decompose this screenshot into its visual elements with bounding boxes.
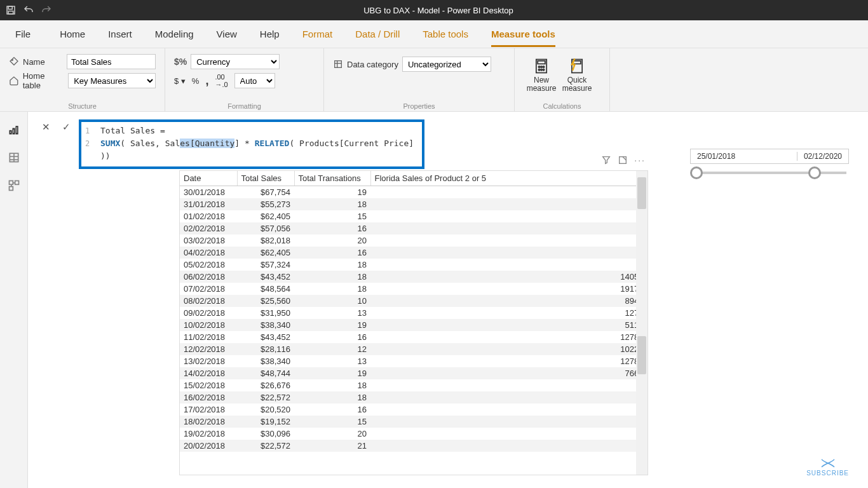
table-row[interactable]: 03/02/2018$82,01820 (180, 234, 648, 247)
quick-measure-button[interactable]: Quick measure (559, 52, 595, 98)
slicer-track[interactable] (693, 172, 846, 174)
decimal-button[interactable]: .00→.0 (215, 73, 227, 88)
svg-rect-8 (538, 61, 545, 64)
ribbon-group-formatting: $% Currency $ ▾ % , .00→.0 Auto Formatti… (165, 48, 324, 111)
name-input[interactable] (67, 54, 156, 69)
table-row[interactable]: 10/02/2018$38,340195112 (180, 319, 648, 331)
table-row[interactable]: 20/02/2018$22,57221 (180, 440, 648, 452)
scrollbar[interactable] (636, 171, 648, 475)
table-row[interactable]: 19/02/2018$30,09620 (180, 428, 648, 440)
model-view-icon[interactable] (8, 179, 20, 192)
format-select[interactable]: Currency (191, 54, 280, 69)
tab-format[interactable]: Format (302, 29, 333, 39)
quick-calculator-icon (568, 57, 586, 75)
table-row[interactable]: 11/02/2018$43,4521612780 (180, 331, 648, 343)
save-icon[interactable] (5, 4, 17, 16)
cancel-formula-button[interactable]: ✕ (38, 119, 53, 135)
dna-icon (820, 458, 836, 468)
workspace: ✕ ✓ 12 Total Sales = SUMX( Sales, Sales[… (0, 112, 868, 488)
tab-table-tools[interactable]: Table tools (423, 29, 468, 39)
date-slicer[interactable]: 25/01/2018 02/12/2020 (690, 149, 849, 182)
visual-header: ··· (601, 155, 646, 165)
new-measure-button[interactable]: New measure (524, 52, 559, 98)
col-florida[interactable]: Florida Sales of Product 2 or 5 (370, 171, 648, 186)
filter-icon[interactable] (601, 155, 611, 165)
slicer-labels: 25/01/2018 02/12/2020 (690, 149, 849, 164)
table-row[interactable]: 09/02/2018$31,950131278 (180, 307, 648, 319)
name-label: Name (23, 57, 45, 67)
svg-rect-25 (15, 181, 18, 185)
tab-help[interactable]: Help (260, 29, 280, 39)
file-tab[interactable]: File (9, 26, 37, 42)
group-label-calculations: Calculations (515, 102, 609, 110)
svg-rect-16 (573, 61, 581, 64)
formula-editor[interactable]: 12 Total Sales = SUMX( Sales, Sales[Quan… (79, 119, 424, 169)
table-row[interactable]: 02/02/2018$57,05616 (180, 222, 648, 234)
tab-home[interactable]: Home (60, 29, 85, 39)
group-label-properties: Properties (324, 102, 514, 110)
slicer-to[interactable]: 02/12/2020 (797, 152, 842, 161)
col-total-sales[interactable]: Total Sales (237, 171, 294, 186)
tab-insert[interactable]: Insert (108, 29, 132, 39)
percent-button[interactable]: % (192, 76, 200, 86)
table-row[interactable]: 31/01/2018$55,27318 (180, 198, 648, 210)
home-table-select[interactable]: Key Measures (68, 73, 156, 88)
ribbon-group-structure: Name Home table Key Measures Structure (0, 48, 165, 111)
commit-formula-button[interactable]: ✓ (58, 119, 74, 135)
tag-icon (9, 57, 19, 67)
table-row[interactable]: 07/02/2018$48,5641819170 (180, 283, 648, 295)
data-category-select[interactable]: Uncategorized (402, 57, 491, 72)
svg-point-9 (538, 66, 539, 67)
col-date[interactable]: Date (180, 171, 237, 186)
redo-icon[interactable] (41, 4, 52, 16)
ribbon-group-properties: Data category Uncategorized Properties (324, 48, 515, 111)
tab-view[interactable]: View (217, 29, 237, 39)
slicer-knob-right[interactable] (808, 166, 821, 179)
new-measure-label: New measure (524, 76, 559, 93)
table-row[interactable]: 14/02/2018$48,744197668 (180, 367, 648, 379)
slicer-knob-left[interactable] (690, 166, 703, 179)
undo-icon[interactable] (23, 4, 34, 16)
svg-rect-4 (335, 61, 342, 68)
table-row[interactable]: 01/02/2018$62,40515 (180, 210, 648, 222)
tab-measure-tools[interactable]: Measure tools (491, 29, 555, 39)
table-row[interactable]: 12/02/2018$28,1161210224 (180, 343, 648, 355)
formula-code: Total Sales = SUMX( Sales, Sales[Quantit… (100, 125, 417, 163)
data-view-icon[interactable] (8, 151, 20, 164)
table-row[interactable]: 15/02/2018$26,67618 (180, 379, 648, 391)
title-bar: UBG to DAX - Model - Power BI Desktop (0, 0, 868, 20)
table-row[interactable]: 08/02/2018$25,560108946 (180, 295, 648, 307)
table-row[interactable]: 30/01/2018$67,75419 (180, 186, 648, 199)
svg-point-13 (541, 69, 542, 71)
svg-rect-26 (9, 187, 13, 191)
table-row[interactable]: 13/02/2018$38,3401312780 (180, 355, 648, 367)
dollar-button[interactable]: $ ▾ (174, 76, 186, 86)
tab-data-drill[interactable]: Data / Drill (355, 29, 400, 39)
report-view-icon[interactable] (8, 123, 20, 136)
svg-point-11 (543, 66, 544, 67)
svg-point-3 (11, 59, 13, 60)
table-row[interactable]: 05/02/2018$57,32418 (180, 259, 648, 271)
category-icon (333, 59, 343, 69)
view-switcher (0, 112, 28, 488)
comma-button[interactable]: , (205, 74, 208, 88)
decimals-select[interactable]: Auto (234, 73, 275, 88)
svg-rect-24 (9, 181, 13, 185)
table-row[interactable]: 17/02/2018$20,52016 (180, 403, 648, 416)
calculator-icon (532, 57, 550, 75)
data-table: Date Total Sales Total Transations Flori… (180, 171, 648, 452)
table-visual[interactable]: Date Total Sales Total Transations Flori… (179, 170, 648, 475)
svg-rect-18 (13, 128, 15, 133)
table-row[interactable]: 06/02/2018$43,4521814058 (180, 271, 648, 283)
home-icon (9, 76, 19, 86)
table-row[interactable]: 16/02/2018$22,57218 (180, 391, 648, 403)
data-category-label: Data category (347, 60, 398, 69)
table-row[interactable]: 18/02/2018$19,15215 (180, 416, 648, 428)
group-label-formatting: Formatting (165, 102, 323, 110)
col-total-trans[interactable]: Total Transations (294, 171, 370, 186)
more-options-icon[interactable]: ··· (634, 155, 646, 165)
tab-modeling[interactable]: Modeling (155, 29, 194, 39)
table-row[interactable]: 04/02/2018$62,40516 (180, 247, 648, 259)
slicer-from[interactable]: 25/01/2018 (697, 152, 735, 161)
focus-icon[interactable] (618, 155, 628, 165)
